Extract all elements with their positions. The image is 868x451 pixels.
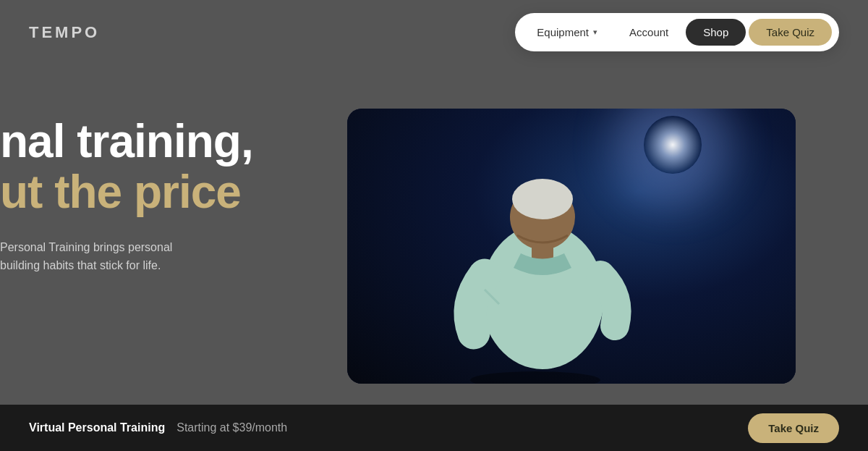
hero-description-line2: building habits that stick for life. bbox=[0, 259, 161, 271]
shop-button[interactable]: Shop bbox=[686, 19, 746, 46]
hero-image bbox=[347, 109, 796, 384]
bottom-quiz-button[interactable]: Take Quiz bbox=[748, 413, 839, 443]
hero-title-white: nal training, bbox=[0, 116, 311, 167]
svg-point-2 bbox=[512, 179, 573, 219]
account-nav-item[interactable]: Account bbox=[615, 19, 683, 46]
brand-logo: TEMPO bbox=[29, 23, 100, 42]
equipment-nav-item[interactable]: Equipment ▾ bbox=[522, 19, 612, 46]
hero-description-line1: Personal Training brings personal bbox=[0, 241, 172, 253]
hero-scene bbox=[347, 109, 796, 384]
hero-title-gold: ut the price bbox=[0, 167, 311, 217]
nav-pill: Equipment ▾ Account Shop Take Quiz bbox=[515, 13, 839, 51]
hero-content: nal training, ut the price Personal Trai… bbox=[0, 116, 311, 275]
athlete-figure bbox=[391, 123, 694, 384]
bottom-bar-subtitle: Starting at $39/month bbox=[176, 421, 287, 434]
navbar: TEMPO Equipment ▾ Account Shop Take Quiz bbox=[0, 13, 868, 51]
chevron-down-icon: ▾ bbox=[593, 28, 597, 37]
bottom-bar-left: Virtual Personal Training Starting at $3… bbox=[29, 421, 287, 434]
account-label: Account bbox=[629, 26, 668, 38]
equipment-label: Equipment bbox=[537, 26, 589, 38]
bottom-bar: Virtual Personal Training Starting at $3… bbox=[0, 405, 868, 451]
svg-point-4 bbox=[470, 371, 600, 384]
hero-description: Personal Training brings personal buildi… bbox=[0, 238, 231, 275]
take-quiz-button[interactable]: Take Quiz bbox=[749, 19, 832, 46]
bottom-bar-title: Virtual Personal Training bbox=[29, 421, 165, 434]
